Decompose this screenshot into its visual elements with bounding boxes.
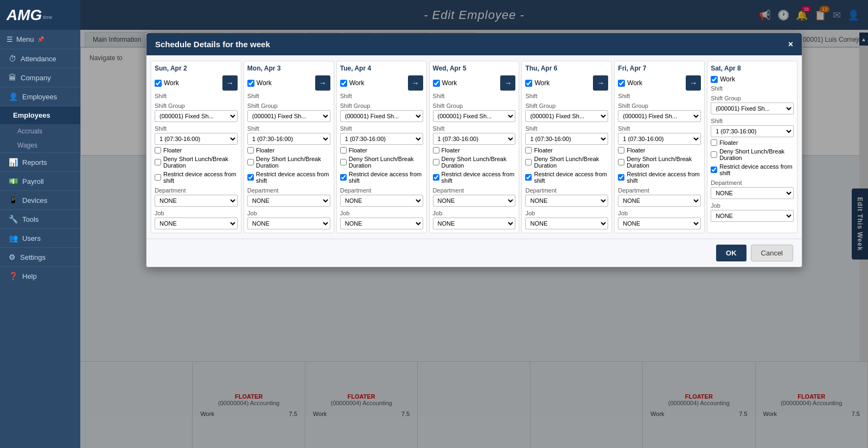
restrict-device-check-sun[interactable]: Restrict device access from shift (155, 171, 238, 184)
floater-checkbox-sun[interactable] (155, 147, 161, 153)
work-checkbox-tue[interactable] (340, 80, 347, 87)
floater-checkbox-fri[interactable] (618, 147, 624, 153)
sidebar-item-employees-header[interactable]: 👤 Employees (0, 87, 80, 106)
dept-select-thu[interactable]: NONE (525, 195, 608, 207)
floater-checkbox-mon[interactable] (247, 147, 254, 153)
floater-check-fri[interactable]: Floater (618, 147, 701, 153)
deny-short-checkbox-tue[interactable] (340, 159, 347, 165)
shift-group-select-fri[interactable]: (000001) Fixed Sh... (618, 110, 701, 122)
work-checkbox-sat[interactable] (711, 76, 718, 83)
work-checkbox-fri[interactable] (618, 80, 625, 87)
job-select-sat[interactable]: NONE (711, 210, 794, 222)
floater-check-mon[interactable]: Floater (247, 147, 330, 153)
deny-short-check-wed[interactable]: Deny Short Lunch/Break Duration (433, 156, 516, 169)
floater-check-wed[interactable]: Floater (433, 147, 516, 153)
restrict-device-check-wed[interactable]: Restrict device access from shift (433, 171, 516, 184)
restrict-device-checkbox-fri[interactable] (618, 174, 624, 181)
shift-group-select-mon[interactable]: (000001) Fixed Sh... (247, 110, 330, 122)
work-check-tue[interactable]: Work (340, 79, 365, 87)
work-check-thu[interactable]: Work (525, 79, 550, 87)
sidebar-item-reports[interactable]: 📊 Reports (0, 152, 80, 171)
deny-short-check-tue[interactable]: Deny Short Lunch/Break Duration (340, 156, 423, 169)
arrow-btn-tue[interactable]: → (408, 75, 423, 91)
arrow-btn-fri[interactable]: → (686, 75, 701, 91)
shift-group-select-tue[interactable]: (000001) Fixed Sh... (340, 110, 423, 122)
sidebar-item-attendance[interactable]: ⏱ Attendance (0, 49, 80, 68)
work-check-sat[interactable]: Work (711, 75, 735, 83)
restrict-device-checkbox-thu[interactable] (525, 174, 532, 181)
work-checkbox-wed[interactable] (433, 80, 440, 87)
work-checkbox-thu[interactable] (525, 80, 532, 87)
shift-select-tue[interactable]: 1 (07:30-16:00) (340, 133, 423, 145)
floater-checkbox-wed[interactable] (433, 147, 439, 153)
deny-short-check-sun[interactable]: Deny Short Lunch/Break Duration (155, 156, 238, 169)
floater-check-sun[interactable]: Floater (155, 147, 238, 153)
sidebar-menu-bar[interactable]: ☰ Menu 📌 (0, 30, 80, 49)
job-select-wed[interactable]: NONE (433, 217, 516, 229)
work-checkbox-sun[interactable] (155, 80, 162, 87)
deny-short-check-sat[interactable]: Deny Short Lunch/Break Duration (711, 148, 794, 161)
shift-select-fri[interactable]: 1 (07:30-16:00) (618, 133, 701, 145)
deny-short-check-fri[interactable]: Deny Short Lunch/Break Duration (618, 156, 701, 169)
dept-select-wed[interactable]: NONE (433, 195, 516, 207)
restrict-device-checkbox-tue[interactable] (340, 174, 347, 181)
deny-short-check-thu[interactable]: Deny Short Lunch/Break Duration (525, 156, 608, 169)
shift-select-sun[interactable]: 1 (07:30-16:00) (155, 133, 238, 145)
floater-checkbox-thu[interactable] (525, 147, 532, 153)
sidebar-item-devices[interactable]: 📱 Devices (0, 190, 80, 209)
deny-short-checkbox-fri[interactable] (618, 159, 624, 165)
deny-short-checkbox-sun[interactable] (155, 159, 161, 165)
deny-short-checkbox-wed[interactable] (433, 159, 439, 165)
shift-select-thu[interactable]: 1 (07:30-16:00) (525, 133, 608, 145)
dept-select-sun[interactable]: NONE (155, 195, 238, 207)
floater-checkbox-tue[interactable] (340, 147, 347, 153)
dept-select-tue[interactable]: NONE (340, 195, 423, 207)
deny-short-checkbox-sat[interactable] (711, 151, 717, 158)
floater-check-thu[interactable]: Floater (525, 147, 608, 153)
arrow-btn-wed[interactable]: → (500, 75, 515, 91)
job-select-tue[interactable]: NONE (340, 217, 423, 229)
restrict-device-check-tue[interactable]: Restrict device access from shift (340, 171, 423, 184)
restrict-device-checkbox-mon[interactable] (247, 174, 254, 181)
floater-check-tue[interactable]: Floater (340, 147, 423, 153)
job-select-mon[interactable]: NONE (247, 217, 330, 229)
deny-short-checkbox-mon[interactable] (247, 159, 254, 165)
arrow-btn-mon[interactable]: → (315, 75, 330, 91)
cancel-button[interactable]: Cancel (751, 245, 793, 261)
sidebar-item-company[interactable]: 🏛 Company (0, 68, 80, 87)
shift-group-select-thu[interactable]: (000001) Fixed Sh... (525, 110, 608, 122)
work-check-sun[interactable]: Work (155, 79, 179, 87)
modal-close-button[interactable]: × (788, 40, 793, 49)
floater-check-sat[interactable]: Floater (711, 139, 794, 146)
restrict-device-checkbox-sun[interactable] (155, 174, 161, 181)
ok-button[interactable]: OK (716, 245, 746, 261)
shift-select-sat[interactable]: 1 (07:30-16:00) (711, 125, 794, 137)
sidebar-item-settings[interactable]: ⚙ Settings (0, 247, 80, 266)
work-checkbox-mon[interactable] (247, 80, 254, 87)
shift-select-wed[interactable]: 1 (07:30-16:00) (433, 133, 516, 145)
restrict-device-check-thu[interactable]: Restrict device access from shift (525, 171, 608, 184)
sidebar-item-wages[interactable]: Wages (0, 138, 80, 152)
sidebar-item-tools[interactable]: 🔧 Tools (0, 209, 80, 228)
restrict-device-check-sat[interactable]: Restrict device access from shift (711, 163, 794, 176)
work-check-mon[interactable]: Work (247, 79, 272, 87)
dept-select-fri[interactable]: NONE (618, 195, 701, 207)
dept-select-mon[interactable]: NONE (247, 195, 330, 207)
sidebar-item-payroll[interactable]: 💵 Payroll (0, 171, 80, 190)
restrict-device-check-fri[interactable]: Restrict device access from shift (618, 171, 701, 184)
arrow-btn-sun[interactable]: → (222, 75, 238, 91)
work-check-fri[interactable]: Work (618, 79, 642, 87)
work-check-wed[interactable]: Work (433, 79, 457, 87)
job-select-thu[interactable]: NONE (525, 217, 608, 229)
deny-short-checkbox-thu[interactable] (525, 159, 532, 165)
job-select-fri[interactable]: NONE (618, 217, 701, 229)
restrict-device-checkbox-sat[interactable] (711, 167, 717, 173)
sidebar-item-accruals[interactable]: Accruals (0, 124, 80, 138)
shift-group-select-sun[interactable]: (000001) Fixed Sh... (155, 110, 238, 122)
job-select-sun[interactable]: NONE (155, 217, 238, 229)
arrow-btn-thu[interactable]: → (593, 75, 608, 91)
sidebar-item-employees[interactable]: Employees (0, 106, 80, 124)
shift-group-select-sat[interactable]: (000001) Fixed Sh... (711, 103, 794, 114)
restrict-device-checkbox-wed[interactable] (433, 174, 439, 181)
restrict-device-check-mon[interactable]: Restrict device access from shift (247, 171, 330, 184)
